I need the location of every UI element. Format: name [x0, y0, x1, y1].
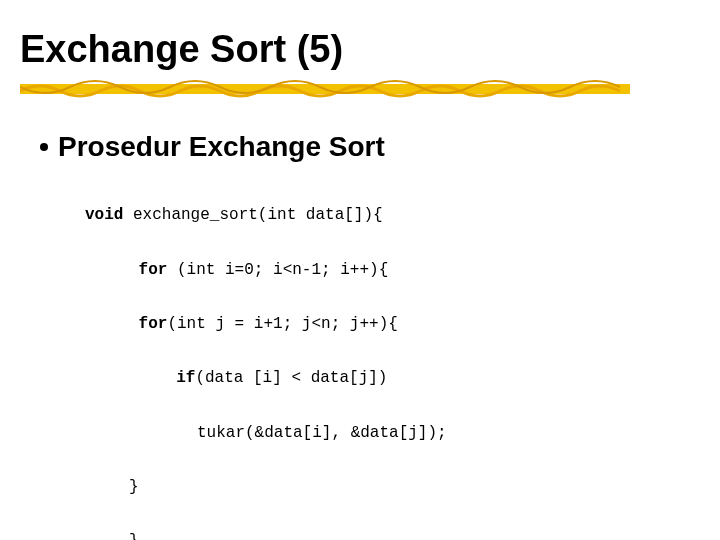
slide-title: Exchange Sort (5): [20, 28, 700, 71]
code-line-5: tukar(&data[i], &data[j]);: [85, 420, 700, 447]
bullet-text: Prosedur Exchange Sort: [58, 131, 385, 163]
code-block: void exchange_sort(int data[]){ for (int…: [85, 175, 700, 540]
code-kw-void: void: [85, 206, 123, 224]
code-rest-3: (int j = i+1; j<n; j++){: [167, 315, 397, 333]
code-line-2: for (int i=0; i<n-1; i++){: [85, 257, 700, 284]
code-rest-1: exchange_sort(int data[]){: [123, 206, 382, 224]
slide: Exchange Sort (5) Prosedur Exchange Sort…: [0, 0, 720, 540]
code-line-1: void exchange_sort(int data[]){: [85, 202, 700, 229]
code-brace-inner: }: [129, 478, 139, 496]
code-line-7: }: [85, 528, 700, 540]
code-kw-if: if: [157, 369, 195, 387]
code-rest-4: (data [i] < data[j]): [195, 369, 387, 387]
code-brace-mid: }: [129, 532, 139, 540]
bullet-dot-icon: [40, 143, 48, 151]
code-line-6: }: [85, 474, 700, 501]
bullet-item: Prosedur Exchange Sort: [40, 131, 700, 163]
code-line-4: if(data [i] < data[j]): [85, 365, 700, 392]
code-kw-for-inner: for: [129, 315, 167, 333]
title-underline: [20, 79, 630, 101]
underline-scribble-icon: [20, 79, 630, 101]
code-rest-2: (int i=0; i<n-1; i++){: [167, 261, 388, 279]
code-line-3: for(int j = i+1; j<n; j++){: [85, 311, 700, 338]
code-call-tukar: tukar(&data[i], &data[j]);: [197, 424, 447, 442]
code-kw-for-outer: for: [129, 261, 167, 279]
